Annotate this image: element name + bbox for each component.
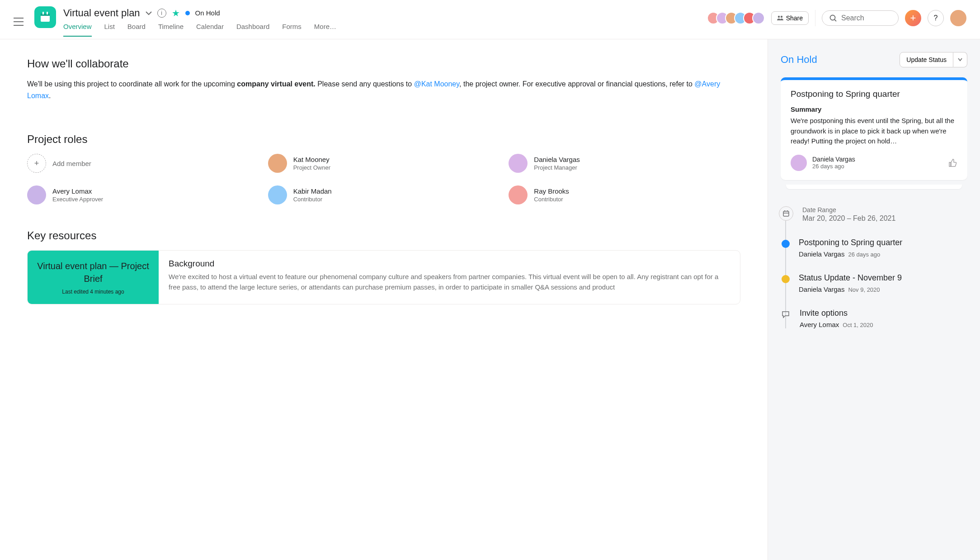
status-card-summary-text: We're postponing this event until the Sp… xyxy=(791,116,957,147)
timeline-item-title: Invite options xyxy=(800,308,873,318)
timeline-item-author: Daniela Vargas xyxy=(799,285,844,293)
timeline-item-author: Avery Lomax xyxy=(800,321,839,328)
hamburger-menu-icon[interactable] xyxy=(14,18,24,26)
timeline-item[interactable]: Invite options Avery LomaxOct 1, 2020 xyxy=(781,308,967,328)
resource-thumb-sub: Last edited 4 minutes ago xyxy=(62,289,124,295)
svg-rect-2 xyxy=(42,12,44,14)
role-item[interactable]: Kat MooneyProject Owner xyxy=(268,154,500,173)
role-name: Kat Mooney xyxy=(293,156,330,163)
plus-icon: + xyxy=(27,154,46,173)
resource-thumb-title: Virtual event plan — Project Brief xyxy=(37,260,150,285)
role-title: Project Manager xyxy=(534,164,580,171)
timeline-date-label: Date Range xyxy=(802,206,895,214)
update-status-label[interactable]: Update Status xyxy=(900,52,953,67)
chevron-down-icon xyxy=(958,58,962,62)
avatar xyxy=(791,155,807,171)
avatar xyxy=(509,154,528,173)
resource-card[interactable]: Virtual event plan — Project Brief Last … xyxy=(27,250,740,304)
svg-point-5 xyxy=(780,16,782,18)
resource-thumb: Virtual event plan — Project Brief Last … xyxy=(28,251,159,304)
resource-body: Background We're excited to host a virtu… xyxy=(159,251,740,304)
resource-body-title: Background xyxy=(169,259,730,269)
people-icon xyxy=(777,15,783,21)
tab-more[interactable]: More… xyxy=(314,23,336,37)
user-avatar[interactable] xyxy=(950,10,966,26)
tab-list[interactable]: List xyxy=(104,23,115,37)
add-member-label: Add member xyxy=(52,160,91,167)
search-placeholder: Search xyxy=(841,14,864,22)
tab-overview[interactable]: Overview xyxy=(63,23,92,37)
timeline: Date Range Mar 20, 2020 – Feb 26, 2021 P… xyxy=(781,206,967,328)
main: How we'll collaborate We'll be using thi… xyxy=(0,39,980,560)
timeline-item-time: 26 days ago xyxy=(848,251,880,258)
card-stack xyxy=(786,185,962,189)
status-card-title: Postponing to Spring quarter xyxy=(791,89,957,99)
svg-rect-7 xyxy=(783,211,789,216)
role-title: Contributor xyxy=(293,196,332,203)
topbar: Virtual event plan i ★ On Hold Overview … xyxy=(0,0,980,39)
svg-point-6 xyxy=(830,15,835,20)
role-title: Contributor xyxy=(534,196,569,203)
avatar-stack[interactable] xyxy=(707,12,765,24)
timeline-item-time: Oct 1, 2020 xyxy=(843,322,873,328)
role-name: Daniela Vargas xyxy=(534,156,580,163)
mention-kat[interactable]: @Kat Mooney xyxy=(414,80,459,88)
tab-forms[interactable]: Forms xyxy=(282,23,302,37)
project-icon xyxy=(34,6,56,28)
project-title: Virtual event plan xyxy=(63,7,140,19)
tab-calendar[interactable]: Calendar xyxy=(196,23,224,37)
status-dot-yellow xyxy=(782,275,790,283)
status-card[interactable]: Postponing to Spring quarter Summary We'… xyxy=(781,77,967,180)
search-input[interactable]: Search xyxy=(822,10,899,26)
help-button[interactable]: ? xyxy=(928,10,944,26)
like-icon[interactable] xyxy=(948,158,957,167)
role-item[interactable]: Avery LomaxExecutive Approver xyxy=(27,185,259,204)
add-member-button[interactable]: + Add member xyxy=(27,154,259,173)
update-status-dropdown[interactable] xyxy=(953,52,967,67)
tab-dashboard[interactable]: Dashboard xyxy=(236,23,269,37)
role-item[interactable]: Ray BrooksContributor xyxy=(509,185,740,204)
svg-rect-3 xyxy=(47,12,48,14)
role-name: Ray Brooks xyxy=(534,187,569,195)
role-title: Executive Approver xyxy=(52,196,103,203)
topbar-right: Share Search + ? xyxy=(707,10,966,26)
timeline-date-range: Date Range Mar 20, 2020 – Feb 26, 2021 xyxy=(781,206,967,223)
tab-timeline[interactable]: Timeline xyxy=(158,23,184,37)
tab-board[interactable]: Board xyxy=(127,23,146,37)
svg-point-4 xyxy=(777,16,779,18)
chevron-down-icon[interactable] xyxy=(146,11,152,15)
avatar xyxy=(509,185,528,204)
status-author-time: 26 days ago xyxy=(812,163,855,170)
timeline-item-author: Daniela Vargas xyxy=(799,250,844,258)
add-button[interactable]: + xyxy=(905,10,921,26)
resource-body-text: We're excited to host a virtual event to… xyxy=(169,271,730,293)
timeline-item-time: Nov 9, 2020 xyxy=(848,286,880,293)
role-title: Project Owner xyxy=(293,164,330,171)
timeline-item-title: Status Update - November 9 xyxy=(799,273,902,283)
status-dot xyxy=(185,11,190,15)
timeline-item[interactable]: Postponing to Spring quarter Daniela Var… xyxy=(781,238,967,258)
sidebar: On Hold Update Status Postponing to Spri… xyxy=(768,39,980,560)
update-status-button[interactable]: Update Status xyxy=(900,52,967,67)
svg-rect-1 xyxy=(41,14,50,16)
calendar-icon xyxy=(779,206,793,221)
timeline-item-title: Postponing to Spring quarter xyxy=(799,238,902,247)
avatar xyxy=(27,185,46,204)
content: How we'll collaborate We'll be using thi… xyxy=(0,39,768,560)
avatar xyxy=(268,185,287,204)
role-item[interactable]: Kabir MadanContributor xyxy=(268,185,500,204)
search-icon xyxy=(829,14,837,22)
star-icon[interactable]: ★ xyxy=(172,8,180,19)
status-label[interactable]: On Hold xyxy=(195,9,220,17)
role-item[interactable]: Daniela VargasProject Manager xyxy=(509,154,740,173)
timeline-item[interactable]: Status Update - November 9 Daniela Varga… xyxy=(781,273,967,293)
status-dot-blue xyxy=(782,240,790,248)
collab-heading: How we'll collaborate xyxy=(27,57,740,70)
share-button[interactable]: Share xyxy=(771,11,809,25)
roles-grid: + Add member Kat MooneyProject Owner Dan… xyxy=(27,154,740,204)
share-button-label: Share xyxy=(786,14,803,22)
sidebar-status: On Hold xyxy=(781,54,817,66)
info-icon[interactable]: i xyxy=(157,9,166,18)
avatar xyxy=(752,12,765,24)
timeline-date-value: Mar 20, 2020 – Feb 26, 2021 xyxy=(802,214,895,223)
